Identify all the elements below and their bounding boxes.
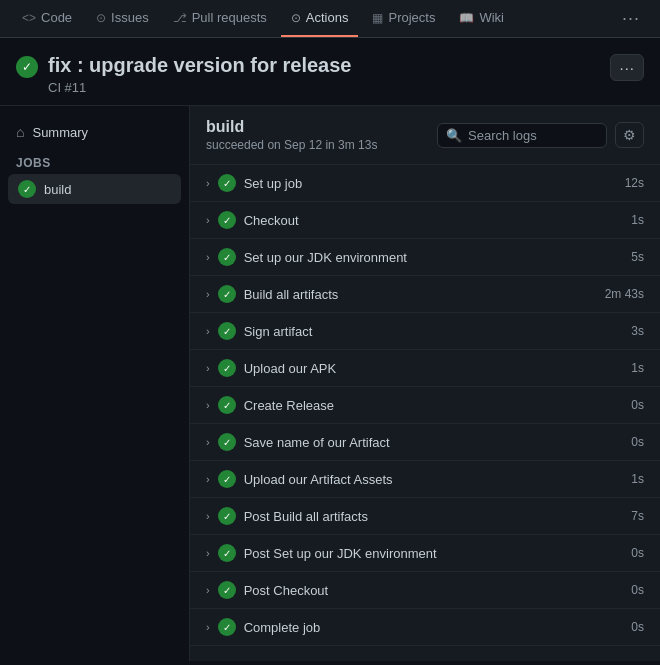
nav-label-pull-requests: Pull requests <box>192 10 267 25</box>
chevron-right-icon: › <box>206 473 210 485</box>
step-name: Set up job <box>244 176 617 191</box>
nav-label-issues: Issues <box>111 10 149 25</box>
chevron-right-icon: › <box>206 510 210 522</box>
nav-item-pull-requests[interactable]: ⎇ Pull requests <box>163 0 277 37</box>
step-status-icon: ✓ <box>218 322 236 340</box>
projects-icon: ▦ <box>372 11 383 25</box>
step-name: Post Set up our JDK environment <box>244 546 624 561</box>
build-info: build succeeded on Sep 12 in 3m 13s <box>206 118 377 152</box>
step-row[interactable]: › ✓ Post Build all artifacts 7s <box>190 498 660 535</box>
step-name: Post Build all artifacts <box>244 509 624 524</box>
header-right: 🔍 ⚙ <box>437 122 644 148</box>
step-name: Post Checkout <box>244 583 624 598</box>
chevron-right-icon: › <box>206 325 210 337</box>
job-status-icon: ✓ <box>18 180 36 198</box>
step-name: Build all artifacts <box>244 287 597 302</box>
step-time: 0s <box>631 583 644 597</box>
chevron-right-icon: › <box>206 288 210 300</box>
nav-more-button[interactable]: ··· <box>614 4 648 33</box>
search-box[interactable]: 🔍 <box>437 123 607 148</box>
commit-text: fix : upgrade version for release CI #11 <box>48 54 351 95</box>
job-name-build: build <box>44 182 71 197</box>
content-area: build succeeded on Sep 12 in 3m 13s 🔍 ⚙ … <box>190 106 660 661</box>
step-name: Set up our JDK environment <box>244 250 624 265</box>
summary-label: Summary <box>32 125 88 140</box>
step-list: › ✓ Set up job 12s › ✓ Checkout 1s › ✓ S… <box>190 165 660 646</box>
step-status-icon: ✓ <box>218 618 236 636</box>
step-name: Create Release <box>244 398 624 413</box>
step-time: 1s <box>631 472 644 486</box>
step-row[interactable]: › ✓ Post Set up our JDK environment 0s <box>190 535 660 572</box>
step-time: 0s <box>631 620 644 634</box>
home-icon: ⌂ <box>16 124 24 140</box>
step-time: 5s <box>631 250 644 264</box>
nav-label-actions: Actions <box>306 10 349 25</box>
nav-item-code[interactable]: <> Code <box>12 0 82 37</box>
step-time: 1s <box>631 361 644 375</box>
content-header: build succeeded on Sep 12 in 3m 13s 🔍 ⚙ <box>190 106 660 165</box>
step-time: 12s <box>625 176 644 190</box>
step-row[interactable]: › ✓ Complete job 0s <box>190 609 660 646</box>
commit-sub: CI #11 <box>48 80 351 95</box>
commit-more-button[interactable]: ··· <box>610 54 644 81</box>
chevron-right-icon: › <box>206 251 210 263</box>
chevron-right-icon: › <box>206 399 210 411</box>
commit-status-icon: ✓ <box>16 56 38 78</box>
step-row[interactable]: › ✓ Set up job 12s <box>190 165 660 202</box>
chevron-right-icon: › <box>206 436 210 448</box>
jobs-label: Jobs <box>8 146 181 174</box>
code-icon: <> <box>22 11 36 25</box>
step-row[interactable]: › ✓ Set up our JDK environment 5s <box>190 239 660 276</box>
step-status-icon: ✓ <box>218 248 236 266</box>
wiki-icon: 📖 <box>459 11 474 25</box>
search-icon: 🔍 <box>446 128 462 143</box>
step-name: Sign artifact <box>244 324 624 339</box>
step-name: Save name of our Artifact <box>244 435 624 450</box>
sidebar: ⌂ Summary Jobs ✓ build <box>0 106 190 661</box>
step-name: Upload our Artifact Assets <box>244 472 624 487</box>
main-layout: ⌂ Summary Jobs ✓ build build succeeded o… <box>0 106 660 661</box>
step-time: 0s <box>631 398 644 412</box>
step-row[interactable]: › ✓ Save name of our Artifact 0s <box>190 424 660 461</box>
commit-header: ✓ fix : upgrade version for release CI #… <box>0 38 660 106</box>
chevron-right-icon: › <box>206 214 210 226</box>
step-row[interactable]: › ✓ Sign artifact 3s <box>190 313 660 350</box>
step-status-icon: ✓ <box>218 359 236 377</box>
step-status-icon: ✓ <box>218 581 236 599</box>
actions-icon: ⊙ <box>291 11 301 25</box>
step-row[interactable]: › ✓ Build all artifacts 2m 43s <box>190 276 660 313</box>
nav-label-projects: Projects <box>388 10 435 25</box>
chevron-right-icon: › <box>206 362 210 374</box>
search-input[interactable] <box>468 128 598 143</box>
step-time: 7s <box>631 509 644 523</box>
nav-label-code: Code <box>41 10 72 25</box>
step-status-icon: ✓ <box>218 285 236 303</box>
chevron-right-icon: › <box>206 621 210 633</box>
step-status-icon: ✓ <box>218 470 236 488</box>
step-row[interactable]: › ✓ Checkout 1s <box>190 202 660 239</box>
step-row[interactable]: › ✓ Upload our APK 1s <box>190 350 660 387</box>
step-time: 2m 43s <box>605 287 644 301</box>
job-item-build[interactable]: ✓ build <box>8 174 181 204</box>
nav-item-issues[interactable]: ⊙ Issues <box>86 0 159 37</box>
commit-title-area: ✓ fix : upgrade version for release CI #… <box>16 54 351 95</box>
step-status-icon: ✓ <box>218 544 236 562</box>
chevron-right-icon: › <box>206 547 210 559</box>
step-time: 1s <box>631 213 644 227</box>
step-time: 0s <box>631 546 644 560</box>
gear-button[interactable]: ⚙ <box>615 122 644 148</box>
chevron-right-icon: › <box>206 584 210 596</box>
nav-item-wiki[interactable]: 📖 Wiki <box>449 0 514 37</box>
nav-item-projects[interactable]: ▦ Projects <box>362 0 445 37</box>
step-status-icon: ✓ <box>218 396 236 414</box>
step-row[interactable]: › ✓ Upload our Artifact Assets 1s <box>190 461 660 498</box>
build-subtitle: succeeded on Sep 12 in 3m 13s <box>206 138 377 152</box>
step-row[interactable]: › ✓ Create Release 0s <box>190 387 660 424</box>
step-status-icon: ✓ <box>218 507 236 525</box>
issues-icon: ⊙ <box>96 11 106 25</box>
step-name: Checkout <box>244 213 624 228</box>
summary-link[interactable]: ⌂ Summary <box>8 118 181 146</box>
nav-item-actions[interactable]: ⊙ Actions <box>281 0 359 37</box>
build-title: build <box>206 118 377 136</box>
step-row[interactable]: › ✓ Post Checkout 0s <box>190 572 660 609</box>
